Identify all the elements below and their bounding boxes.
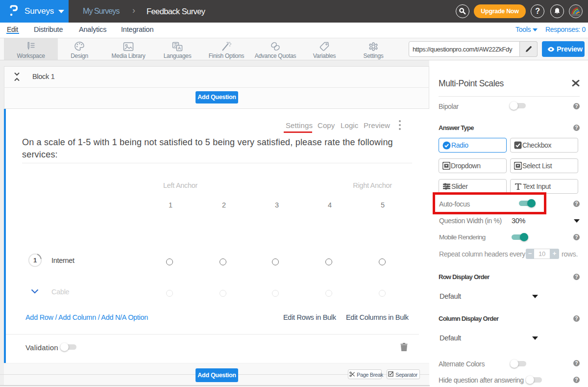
svg-text:A: A [178, 46, 181, 51]
svg-text:1: 1 [33, 257, 37, 264]
